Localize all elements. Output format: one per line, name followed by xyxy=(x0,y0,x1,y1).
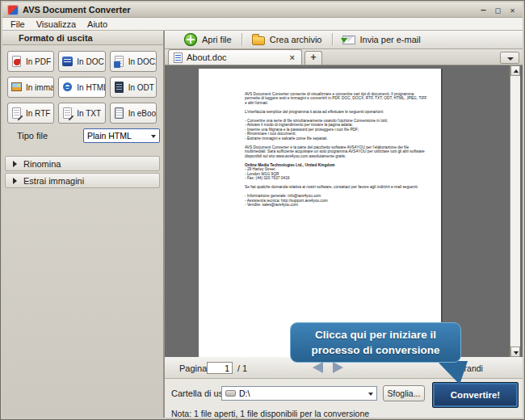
odt-file-icon xyxy=(113,81,126,94)
tab-about-doc[interactable]: About.doc × xyxy=(168,49,302,65)
output-panel: Cartella di uscita: D:\ Sfoglia... Conve… xyxy=(165,379,523,418)
close-icon[interactable]: ✕ xyxy=(507,6,518,15)
file-type-select[interactable]: Plain HTML xyxy=(83,128,160,143)
doc-paragraph: AVS Document Converter consente di visua… xyxy=(245,91,427,105)
doc-file-icon xyxy=(61,55,74,68)
format-button-html[interactable]: In HTML xyxy=(58,77,105,98)
format-button-doc[interactable]: In DOC xyxy=(58,51,105,72)
chevron-down-icon xyxy=(151,135,156,138)
section-rename[interactable]: Rinomina xyxy=(5,156,160,171)
tab-bar: About.doc × + xyxy=(165,49,523,65)
images-file-icon xyxy=(10,81,23,94)
doc-paragraph: AVS Document Converter è la parte del pa… xyxy=(245,145,427,158)
section-extract-images[interactable]: Estrai immagini xyxy=(5,173,160,188)
format-button-pdf[interactable]: In PDF xyxy=(7,51,54,72)
chevron-down-icon xyxy=(368,393,373,396)
create-archive-button[interactable]: Crea archivio xyxy=(242,34,332,45)
title-bar[interactable]: AVS Document Converter – □ ✕ xyxy=(2,2,523,18)
minimize-icon[interactable]: – xyxy=(478,6,489,15)
browse-button[interactable]: Sfoglia... xyxy=(383,385,425,401)
conversion-tooltip: Clicca qui per iniziare il processo di c… xyxy=(290,322,461,363)
doc-paragraph: Se hai qualche domanda relativa ai nostr… xyxy=(245,185,427,190)
rtf-file-icon xyxy=(10,107,23,120)
format-button-odt[interactable]: In ODT xyxy=(110,77,157,98)
menu-aiuto[interactable]: Aiuto xyxy=(82,19,112,30)
doc-list: - Convertire una serie di file simultane… xyxy=(245,118,427,141)
vertical-scrollbar[interactable] xyxy=(510,65,520,357)
output-folder-select[interactable]: D:\ xyxy=(221,386,377,401)
file-type-row: Tipo file Plain HTML xyxy=(2,128,163,145)
doc-list: - Informazione generale: info@avs4you.co… xyxy=(245,194,427,208)
page-total: / 1 xyxy=(237,363,247,373)
chevron-right-icon xyxy=(13,178,17,184)
next-page-icon[interactable] xyxy=(333,362,343,373)
page-label: Pagina xyxy=(179,363,207,373)
file-type-label: Tipo file xyxy=(17,131,48,141)
format-button-ebook[interactable]: In eBook xyxy=(110,103,157,124)
format-button-rtf[interactable]: In RTF xyxy=(7,103,54,124)
folder-icon xyxy=(252,36,265,45)
pdf-file-icon xyxy=(10,55,23,68)
email-icon xyxy=(342,36,355,44)
status-note: Nota: 1 file aperti, 1 file disponibili … xyxy=(171,409,369,418)
send-email-button[interactable]: Invia per e-mail xyxy=(333,35,430,44)
tab-list-dropdown-button[interactable] xyxy=(500,52,519,64)
doc-paragraph: L'interfaccia semplice del programma ti … xyxy=(245,109,427,114)
page-number-input[interactable] xyxy=(207,362,233,374)
document-page: AVS Document Converter consente di visua… xyxy=(199,69,441,357)
menu-visualizza[interactable]: Visualizza xyxy=(32,19,81,30)
open-file-button[interactable]: Apri file xyxy=(174,33,242,46)
app-logo-icon xyxy=(7,5,19,15)
maximize-icon[interactable]: □ xyxy=(493,6,503,15)
format-button-txt[interactable]: In TXT xyxy=(58,103,105,124)
word-document-icon xyxy=(174,52,183,63)
sidebar-header: Formato di uscita xyxy=(2,31,163,45)
chevron-right-icon xyxy=(13,161,17,167)
format-grid: In PDF In DOC In DOCX In immagini In HTM… xyxy=(7,51,157,124)
doc-list: - 29 Harley Street - London W1G 9QR - Fa… xyxy=(245,167,427,181)
add-file-icon xyxy=(184,33,197,46)
previous-page-icon[interactable] xyxy=(313,362,323,373)
drive-icon xyxy=(225,390,236,397)
convert-button[interactable]: Convertire! xyxy=(432,382,519,408)
output-format-sidebar: Formato di uscita In PDF In DOC In DOCX … xyxy=(2,31,165,418)
docx-file-icon xyxy=(113,55,126,68)
txt-file-icon xyxy=(61,107,74,120)
scroll-down-icon[interactable] xyxy=(510,346,520,357)
html-file-icon xyxy=(61,81,74,94)
tab-close-icon[interactable]: × xyxy=(288,52,296,62)
format-button-images[interactable]: In immagini xyxy=(7,77,54,98)
toolbar: Apri file Crea archivio Invia per e-mail xyxy=(165,31,523,49)
menu-file[interactable]: File xyxy=(6,19,30,30)
scroll-up-icon[interactable] xyxy=(510,65,520,76)
new-tab-button[interactable]: + xyxy=(304,51,322,65)
menu-bar: File Visualizza Aiuto xyxy=(2,18,523,31)
ebook-file-icon xyxy=(113,107,126,120)
document-preview: AVS Document Converter consente di visua… xyxy=(165,65,523,357)
window-title: AVS Document Converter xyxy=(23,5,131,15)
format-button-docx[interactable]: In DOCX xyxy=(110,51,157,72)
app-window: AVS Document Converter – □ ✕ File Visual… xyxy=(0,0,525,420)
